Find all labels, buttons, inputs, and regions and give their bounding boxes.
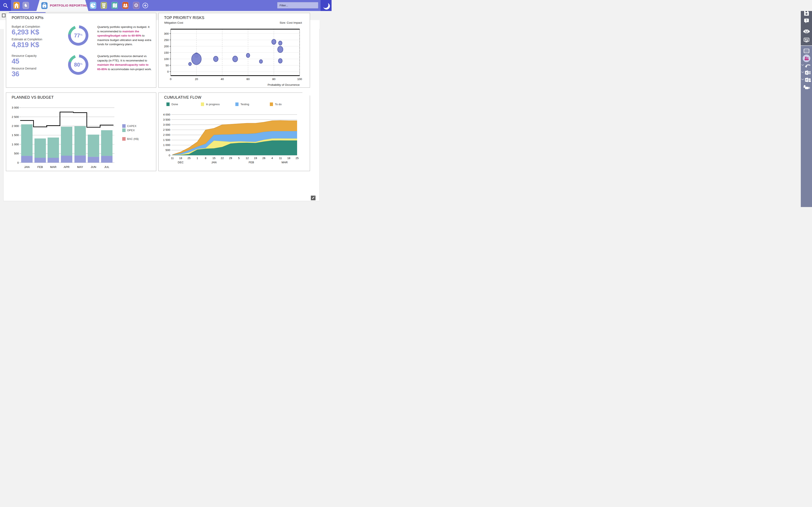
svg-text:19: 19 (254, 157, 257, 160)
y-axis-label: Mitigation Cost (164, 21, 183, 24)
svg-text:2 500: 2 500 (163, 128, 170, 131)
svg-text:50: 50 (165, 64, 169, 67)
svg-text:0: 0 (17, 161, 19, 164)
roadmap-button[interactable] (111, 2, 118, 9)
panel-top-priority-risks: TOP PRIORITY RISKS Mitigation Cost Size:… (158, 13, 310, 88)
cumulative-flow-chart: 05001 0001 5002 0002 5003 0003 5004 0001… (159, 111, 310, 170)
gear-icon: ⚙ (134, 3, 139, 8)
svg-text:12: 12 (246, 157, 249, 160)
kpi-value: 45 (12, 57, 59, 65)
panel-portfolio-kpis: PORTFOLIO KPIs Budget at Completion 6,29… (6, 13, 156, 88)
map-icon (112, 3, 117, 8)
legend-item-in-progress: In progress (201, 103, 235, 106)
svg-text:11: 11 (171, 157, 174, 160)
panel-title: PLANNED VS BUDGET (12, 95, 54, 100)
svg-text:100: 100 (297, 77, 302, 81)
svg-text:2 500: 2 500 (12, 115, 19, 118)
strategy-button[interactable]: ♞ (22, 2, 29, 9)
kpi-row-budget: Budget at Completion 6,293 K$ Estimate a… (6, 24, 156, 50)
svg-text:JUL: JUL (104, 165, 109, 169)
svg-text:CAPEX: CAPEX (127, 124, 136, 128)
svg-text:26: 26 (262, 157, 265, 160)
svg-text:0: 0 (167, 70, 169, 73)
legend-item-to-do: To do (270, 103, 304, 106)
legend-item-done: Done (166, 103, 201, 106)
capacity-ratio-donut: 80% (68, 55, 88, 75)
svg-text:200: 200 (164, 45, 169, 48)
pencil-icon (312, 196, 315, 200)
svg-text:FEB: FEB (249, 161, 254, 164)
svg-text:DEC: DEC (178, 161, 184, 164)
briefcase-icon (41, 2, 48, 9)
tab-portfolio-reporting[interactable]: PORTFOLIO REPORTING (36, 0, 88, 11)
svg-text:3 000: 3 000 (12, 106, 19, 109)
panel-corner-notch (302, 93, 310, 96)
svg-text:60: 60 (246, 77, 250, 81)
budget-button[interactable]: $ (101, 2, 107, 9)
search-button[interactable] (0, 0, 11, 11)
svg-text:18: 18 (287, 157, 290, 160)
layout-toggle-icon[interactable] (2, 13, 5, 17)
pie-chart-icon (91, 3, 96, 8)
svg-text:11: 11 (279, 157, 282, 160)
svg-text:100: 100 (164, 57, 169, 61)
svg-text:BAC (K$): BAC (K$) (127, 137, 139, 140)
home-button[interactable] (13, 2, 20, 9)
svg-text:300: 300 (164, 32, 169, 35)
svg-text:40: 40 (220, 77, 224, 81)
kpi-value: 4,819 K$ (12, 41, 59, 49)
svg-text:150: 150 (164, 51, 169, 54)
resources-button[interactable] (122, 2, 129, 9)
svg-text:25: 25 (187, 157, 190, 160)
svg-text:3 000: 3 000 (163, 123, 170, 126)
svg-text:FEB: FEB (38, 165, 43, 169)
svg-text:3 500: 3 500 (163, 118, 170, 121)
panel-cumulative-flow: CUMULATIVE FLOW Done In progress Testing… (158, 93, 310, 171)
filter-input[interactable] (277, 2, 318, 8)
svg-text:0: 0 (168, 154, 170, 157)
svg-text:4 000: 4 000 (163, 113, 170, 116)
kpi-description: Quarterly portfolio spending vs budged. … (97, 24, 153, 50)
home-icon (14, 3, 19, 8)
svg-text:1 000: 1 000 (163, 144, 170, 147)
svg-text:1 500: 1 500 (12, 133, 19, 137)
svg-text:500: 500 (14, 152, 19, 155)
team-icon (123, 3, 128, 8)
money-bucket-icon: $ (101, 3, 106, 8)
svg-text:4: 4 (271, 157, 273, 160)
planned-vs-budget-chart: 05001 0001 5002 0002 5003 000JANFEBMARAP… (6, 100, 156, 171)
reports-button[interactable] (90, 2, 96, 9)
kpi-label: Resource Demand (12, 67, 59, 70)
kpi-label: Estimate at Completion (12, 38, 59, 41)
settings-button[interactable]: ⚙ (133, 2, 139, 9)
kpi-label: Resource Capacity (12, 54, 59, 57)
kpi-value: 36 (12, 70, 59, 78)
add-tab-button[interactable] (142, 3, 148, 8)
panel-planned-vs-budget: PLANNED VS BUDGET 05001 0001 5002 0002 5… (6, 93, 156, 171)
svg-text:250: 250 (164, 39, 169, 42)
edit-dashboard-button[interactable] (311, 195, 315, 200)
svg-text:500: 500 (165, 149, 170, 152)
budget-ratio-donut: 77% (68, 25, 88, 46)
active-tab-label: PORTFOLIO REPORTING (50, 4, 88, 7)
svg-text:JUN: JUN (91, 165, 96, 169)
legend-item-testing: Testing (235, 103, 270, 106)
svg-text:29: 29 (229, 157, 232, 160)
chess-knight-icon: ♞ (24, 3, 28, 8)
plus-circle-icon (142, 3, 148, 8)
app-logo[interactable] (320, 0, 332, 11)
svg-text:15: 15 (212, 157, 215, 160)
svg-text:MAR: MAR (282, 161, 288, 164)
panel-title: CUMULATIVE FLOW (164, 95, 201, 100)
svg-text:1 500: 1 500 (163, 138, 170, 142)
top-toolbar: ♞ PORTFOLIO REPORTING $ ⚙ (0, 0, 332, 11)
panel-title: PORTFOLIO KPIs (12, 16, 44, 20)
svg-text:1: 1 (196, 157, 198, 160)
svg-text:OPEX: OPEX (127, 129, 135, 132)
svg-text:APR: APR (64, 165, 69, 169)
svg-text:Probability of Occurrence: Probability of Occurrence (267, 83, 300, 87)
svg-text:JAN: JAN (211, 161, 216, 164)
svg-text:0: 0 (170, 77, 171, 81)
bubble-size-label: Size: Cost Impact (280, 21, 302, 24)
cumulative-flow-legend: Done In progress Testing To do (159, 103, 310, 106)
